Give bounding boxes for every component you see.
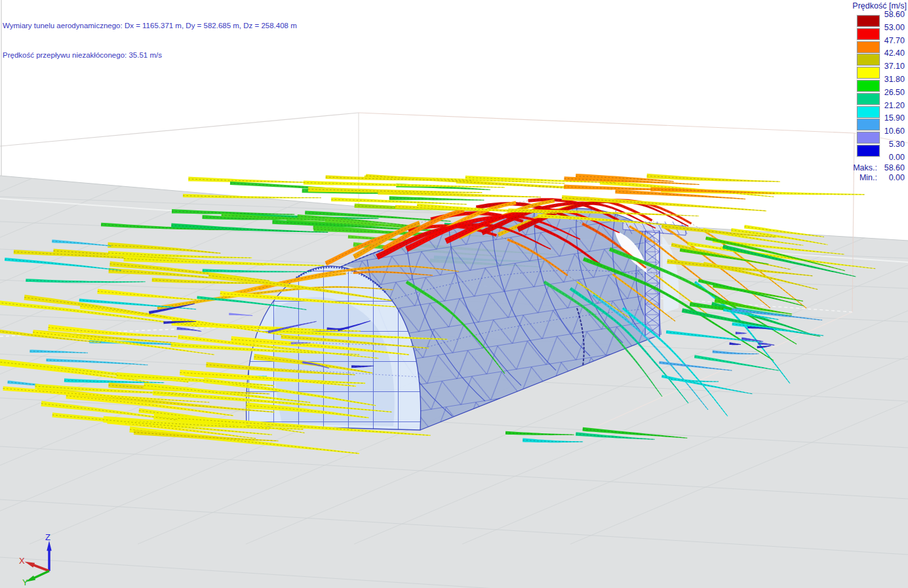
tunnel-dimensions-text: Wymiary tunelu aerodynamicznego: Dx = 11… [3,21,297,31]
legend-boundary-value: 53.00 [872,23,905,32]
legend-boundary-value: 21.20 [872,101,905,110]
axis-label-z: Z [45,532,50,542]
legend-boundary-value: 47.70 [872,36,905,45]
freestream-velocity-text: Prędkość przepływu niezakłóconego: 35.51… [3,50,297,60]
legend-boundary-value: 31.80 [872,75,905,84]
legend-boundary-value: 26.50 [872,88,905,97]
legend-max-row: Maks.:58.60 [847,163,905,172]
legend-title: Prędkość [m/s] [848,1,908,10]
legend-boundary-value: 5.30 [872,140,905,149]
3d-viewport[interactable]: ZXY Wymiary tunelu aerodynamicznego: Dx … [0,0,908,588]
legend-boundary-value: 58.60 [872,10,905,19]
legend-boundary-value: 10.60 [872,127,905,136]
axis-label-y: Y [22,578,28,587]
legend-boundary-value: 37.10 [872,62,905,71]
tunnel-info: Wymiary tunelu aerodynamicznego: Dx = 11… [3,1,297,80]
legend-boundary-value: 15.90 [872,113,905,123]
scene-svg: ZXY [0,0,908,588]
legend-boundary-value: 42.40 [872,49,905,58]
axis-label-x: X [19,556,25,566]
legend-min-row: Min.:0.00 [847,173,905,182]
legend-boundary-value: 0.00 [872,153,905,162]
